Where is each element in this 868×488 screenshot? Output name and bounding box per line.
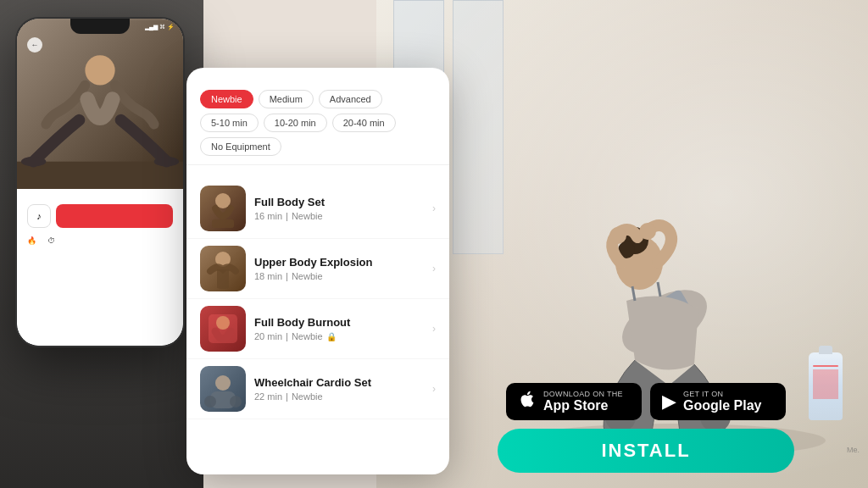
google-play-button[interactable]: ▶ GET IT ON Google Play (650, 383, 786, 420)
workout-level: Newbie (292, 271, 323, 281)
svg-point-28 (204, 396, 216, 408)
workout-item[interactable]: Wheelchair Cardio Set 22 min | Newbie › (186, 359, 449, 419)
phone-cta-row: ♪ (27, 204, 173, 228)
workout-item[interactable]: Full Body Burnout 20 min | Newbie 🔒 › (186, 299, 449, 359)
svg-point-7 (639, 223, 656, 240)
workout-duration: 16 min (254, 211, 282, 221)
workout-thumb-svg (200, 366, 246, 412)
app-store-text: Download on the App Store (543, 390, 623, 413)
workout-item[interactable]: Full Body Set 16 min | Newbie › (186, 179, 449, 239)
workout-thumb-svg (200, 306, 246, 352)
svg-rect-19 (212, 219, 234, 228)
svg-point-6 (609, 227, 626, 244)
phone-start-button[interactable] (56, 204, 173, 228)
fire-icon: 🔥 (27, 236, 36, 245)
chevron-right-icon: › (432, 383, 436, 395)
workout-name: Full Body Burnout (254, 316, 426, 329)
cta-section: Download on the App Store ▶ GET IT ON Go… (449, 383, 843, 473)
google-play-name: Google Play (683, 398, 761, 413)
svg-point-16 (154, 157, 179, 167)
workout-thumb-svg (200, 246, 246, 291)
chevron-right-icon: › (432, 323, 436, 335)
svg-point-26 (215, 375, 231, 391)
filter-chips: NewbieMediumAdvanced5-10 min10-20 min20-… (200, 90, 436, 156)
battery-icon: ⚡ (167, 24, 175, 30)
workout-level: Newbie (292, 391, 323, 402)
app-store-button[interactable]: Download on the App Store (506, 383, 642, 420)
me-badge: Me. (847, 446, 860, 454)
workout-item[interactable]: Upper Body Explosion 18 min | Newbie › (186, 239, 449, 299)
workout-thumbnail (200, 186, 246, 231)
chevron-right-icon: › (432, 202, 436, 214)
workout-meta: 16 min | Newbie (254, 211, 426, 221)
filter-chip-medium[interactable]: Medium (259, 90, 314, 108)
filter-chip-newbie[interactable]: Newbie (200, 90, 253, 108)
filter-chip-no-equipment[interactable]: No Equipment (200, 137, 281, 156)
phone-stats-row: 🔥 ⏱ (27, 236, 173, 245)
filter-chip-advanced[interactable]: Advanced (319, 90, 382, 108)
workout-name: Wheelchair Cardio Set (254, 376, 426, 389)
filter-chip-5-10-min[interactable]: 5-10 min (200, 114, 259, 132)
workout-duration: 22 min (254, 391, 282, 402)
google-play-text: GET IT ON Google Play (683, 390, 761, 413)
phone-screen: ▂▄▆ ⌘ ⚡ ← (17, 19, 183, 346)
workout-name: Full Body Set (254, 196, 426, 208)
phone-status-icons: ▂▄▆ ⌘ ⚡ (145, 24, 175, 30)
workout-name: Upper Body Explosion (254, 256, 426, 269)
workout-info: Full Body Burnout 20 min | Newbie 🔒 (254, 316, 426, 341)
install-button[interactable]: INSTALL (498, 429, 794, 473)
app-store-label: Download on the (543, 390, 623, 398)
filter-chip-20-40-min[interactable]: 20-40 min (332, 114, 396, 132)
workout-thumbnail (200, 366, 246, 412)
svg-point-29 (230, 396, 242, 408)
phone-calories-stat: 🔥 (27, 236, 39, 245)
chevron-right-icon: › (432, 263, 436, 274)
apple-icon (518, 390, 537, 413)
phone-back-button[interactable]: ← (27, 37, 42, 53)
phone-status-bar: ▂▄▆ ⌘ ⚡ (25, 20, 175, 34)
workout-level: Newbie (292, 331, 323, 341)
workout-meta: 22 min | Newbie (254, 391, 426, 402)
card-header: NewbieMediumAdvanced5-10 min10-20 min20-… (186, 68, 449, 165)
workout-info: Upper Body Explosion 18 min | Newbie (254, 256, 426, 281)
workout-info: Wheelchair Cardio Set 22 min | Newbie (254, 376, 426, 402)
app-card: NewbieMediumAdvanced5-10 min10-20 min20-… (186, 68, 449, 474)
svg-point-15 (21, 157, 46, 167)
workout-duration: 20 min (254, 331, 282, 341)
workout-thumb-svg (200, 186, 246, 231)
phone-timer-stat: ⏱ (47, 236, 55, 245)
timer-icon: ⏱ (47, 236, 55, 245)
signal-icon: ▂▄▆ (145, 24, 158, 30)
workout-info: Full Body Set 16 min | Newbie (254, 196, 426, 221)
svg-point-24 (216, 316, 230, 330)
workout-thumbnail (200, 306, 246, 352)
workout-list: Full Body Set 16 min | Newbie › Upper Bo… (186, 179, 449, 419)
svg-point-14 (85, 55, 114, 85)
app-store-name: App Store (543, 398, 623, 413)
lock-icon: 🔒 (326, 332, 337, 341)
workout-meta: 18 min | Newbie (254, 271, 426, 281)
phone-hero-image: ← (17, 19, 183, 197)
google-play-label: GET IT ON (683, 390, 761, 398)
phone-music-button[interactable]: ♪ (27, 204, 51, 228)
workout-level: Newbie (292, 211, 323, 221)
workout-duration: 18 min (254, 271, 282, 281)
google-play-icon: ▶ (662, 391, 676, 413)
workout-thumbnail (200, 246, 246, 291)
wifi-icon: ⌘ (159, 24, 165, 30)
phone-bottom-content: ♪ 🔥 ⏱ (17, 189, 183, 346)
filter-chip-10-20-min[interactable]: 10-20 min (264, 114, 327, 132)
workout-meta: 20 min | Newbie 🔒 (254, 331, 426, 341)
workouts-count (186, 165, 449, 179)
phone-mockup: ▂▄▆ ⌘ ⚡ ← (15, 17, 185, 347)
store-buttons-row: Download on the App Store ▶ GET IT ON Go… (506, 383, 786, 420)
